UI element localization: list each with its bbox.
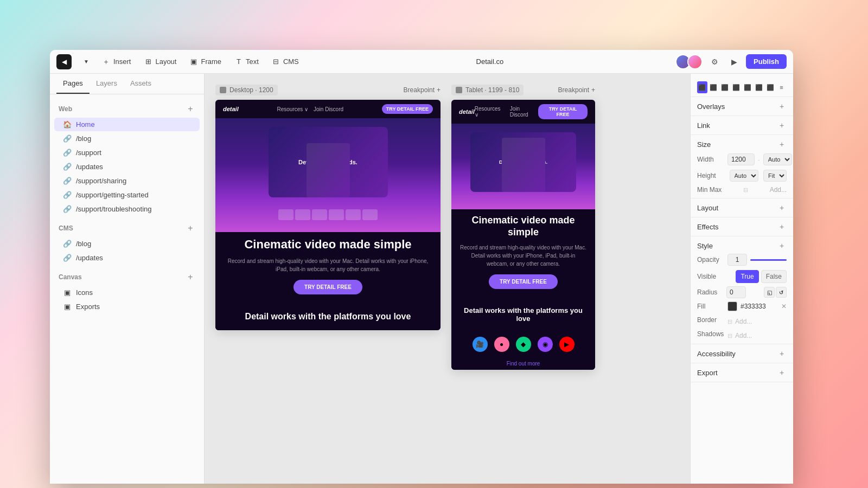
find-out-more[interactable]: Find out more	[451, 357, 595, 370]
sidebar-item-support-sharing[interactable]: 🔗 /support/sharing	[54, 174, 200, 188]
preview-play-button[interactable]: ▶	[726, 54, 742, 69]
frame-icon: ▣	[189, 57, 198, 66]
align-center-v-btn[interactable]: ⬛	[743, 81, 753, 93]
tablet-breakpoint-btn[interactable]: Breakpoint +	[558, 86, 595, 94]
link-title: Link	[697, 121, 710, 130]
sidebar-item-support[interactable]: 🔗 /support	[54, 146, 200, 159]
section-web-add[interactable]: +	[186, 104, 195, 114]
sidebar-item-support-getting-started[interactable]: 🔗 /support/getting-started	[54, 188, 200, 202]
toolbar-dropdown-btn[interactable]: ▼	[78, 56, 94, 67]
visible-true-btn[interactable]: True	[736, 270, 758, 283]
desktop-breakpoint-btn[interactable]: Breakpoint +	[404, 86, 441, 94]
tab-layers[interactable]: Layers	[90, 74, 124, 94]
accessibility-add-btn[interactable]: +	[777, 349, 787, 358]
size-add-btn[interactable]: +	[777, 139, 787, 149]
opacity-input[interactable]	[727, 254, 747, 266]
cms-page-icon: 🔗	[63, 240, 72, 248]
preview-hero-desktop: Detail in 30 seconds.	[215, 118, 441, 232]
align-center-h-btn[interactable]: ⬛	[709, 81, 719, 93]
link-add-btn[interactable]: +	[777, 120, 787, 130]
align-left-btn[interactable]: ⬛	[697, 81, 707, 93]
size-title: Size	[697, 140, 711, 149]
effects-add-btn[interactable]: +	[777, 222, 787, 232]
shadows-add: ⊟ Add...	[727, 332, 752, 339]
preview-cta-desktop[interactable]: TRY DETAIL FREE	[382, 104, 433, 114]
sidebar-item-exports[interactable]: ▣ Exports	[54, 300, 200, 313]
width-input[interactable]	[727, 153, 755, 165]
sidebar-item-support-troubleshooting[interactable]: 🔗 /support/troubleshooting	[54, 202, 200, 216]
logo-youtube: ▶	[559, 337, 575, 352]
page-icon-2: 🔗	[63, 149, 72, 157]
sidebar-content: Web + 🏠 Home 🔗 /blog 🔗 /support	[50, 94, 204, 484]
page-icon-5: 🔗	[63, 191, 72, 199]
exports-icon: ▣	[63, 303, 72, 311]
sidebar-item-updates[interactable]: 🔗 /updates	[54, 160, 200, 174]
opacity-track	[750, 259, 787, 261]
style-header[interactable]: Style +	[697, 241, 787, 251]
frame-button[interactable]: ▣ Frame	[184, 55, 227, 69]
link-header[interactable]: Link +	[697, 120, 787, 130]
height-auto-select[interactable]: Auto	[730, 170, 758, 182]
visible-false-btn[interactable]: False	[761, 270, 787, 283]
radius-corner-btn[interactable]: ◱	[764, 287, 775, 298]
export-add-btn[interactable]: +	[777, 368, 787, 377]
distribute-v-btn[interactable]: ≡	[776, 81, 787, 93]
app-logo[interactable]: ◀	[56, 54, 72, 69]
toolbar-right: ⚙ ▶ Publish	[675, 54, 787, 69]
page-icon-6: 🔗	[63, 205, 72, 213]
nav-resources: Resources ∨	[277, 106, 308, 112]
align-bottom-btn[interactable]: ⬛	[754, 81, 764, 93]
tab-pages[interactable]: Pages	[56, 74, 90, 94]
fill-swatch[interactable]	[727, 301, 737, 311]
sidebar-item-icons[interactable]: ▣ Icons	[54, 286, 200, 299]
size-header[interactable]: Size +	[697, 139, 787, 149]
style-add-btn[interactable]: +	[777, 241, 787, 251]
distribute-h-btn[interactable]: ⬛	[765, 81, 775, 93]
sidebar-item-home[interactable]: 🏠 Home	[54, 118, 200, 131]
left-sidebar: Pages Layers Assets Web + 🏠 Home 🔗	[50, 74, 205, 484]
align-top-btn[interactable]: ⬛	[731, 81, 742, 93]
height-fit-select[interactable]: Fit	[763, 170, 787, 182]
canvas-area[interactable]: Desktop · 1200 Breakpoint + detail Resou…	[205, 74, 690, 484]
opacity-row: Opacity	[697, 254, 787, 266]
tablet-play-icon	[456, 87, 462, 93]
overlays-add-btn[interactable]: +	[777, 101, 787, 111]
section-canvas-add[interactable]: +	[186, 272, 195, 282]
radius-all-btn[interactable]: ↺	[776, 287, 787, 298]
layout-add-btn[interactable]: +	[777, 203, 787, 213]
export-title: Export	[697, 369, 718, 377]
width-auto-select[interactable]: Auto	[763, 153, 792, 165]
sidebar-item-blog[interactable]: 🔗 /blog	[54, 132, 200, 145]
cms-button[interactable]: ⊟ CMS	[266, 55, 304, 69]
insert-button[interactable]: ＋ Insert	[97, 55, 137, 69]
preview-cta-tablet[interactable]: TRY DETAIL FREE	[538, 104, 588, 119]
effects-header[interactable]: Effects +	[697, 222, 787, 232]
settings-button[interactable]: ⚙	[707, 54, 722, 69]
sidebar-item-cms-blog[interactable]: 🔗 /blog	[54, 237, 200, 251]
layout-header[interactable]: Layout +	[697, 203, 787, 213]
page-icon: 🔗	[63, 134, 72, 143]
desktop-column: Desktop · 1200 Breakpoint + detail Resou…	[215, 85, 441, 473]
fill-delete[interactable]: ✕	[781, 303, 787, 310]
section-cms-add[interactable]: +	[186, 223, 195, 233]
tablet-label-text: Tablet · 1199 - 810	[465, 86, 519, 94]
document-title: Detail.co	[307, 57, 673, 66]
preview-person-desktop	[307, 143, 350, 197]
tab-assets[interactable]: Assets	[124, 74, 158, 94]
preview-logo-tablet: detail	[459, 108, 475, 115]
sidebar-item-cms-updates[interactable]: 🔗 /updates	[54, 251, 200, 265]
preview-video-thumb-desktop: Detail in 30 seconds.	[269, 127, 388, 197]
layout-button[interactable]: ⊞ Layout	[138, 55, 182, 69]
accessibility-header[interactable]: Accessibility +	[697, 349, 787, 358]
publish-button[interactable]: Publish	[746, 54, 787, 69]
preview-btn-tablet[interactable]: TRY DETAIL FREE	[489, 274, 558, 289]
align-right-btn[interactable]: ⬛	[720, 81, 730, 93]
overlays-header[interactable]: Overlays +	[697, 101, 787, 111]
blog-label: /blog	[76, 134, 91, 143]
radius-input[interactable]	[726, 286, 746, 298]
home-icon: 🏠	[63, 120, 72, 129]
export-header[interactable]: Export +	[697, 368, 787, 377]
thumb-1	[278, 209, 293, 220]
text-button[interactable]: T Text	[229, 55, 264, 69]
preview-btn-desktop[interactable]: TRY DETAIL FREE	[293, 280, 362, 294]
